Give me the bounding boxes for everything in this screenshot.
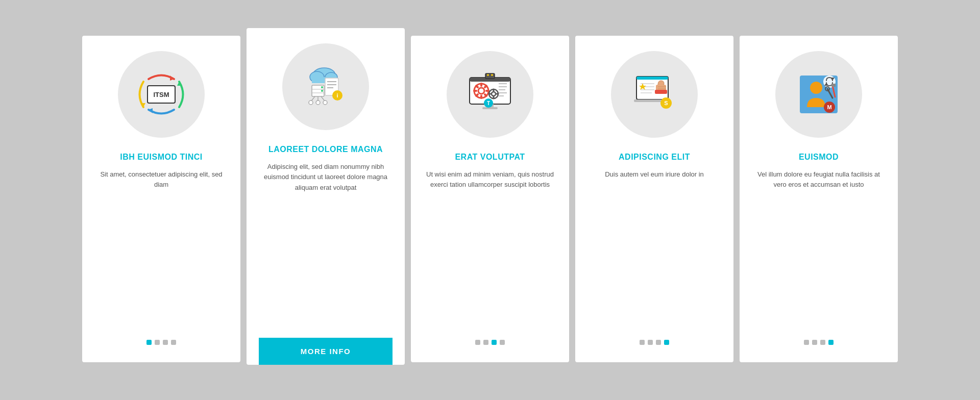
card-1: ITSM IBH EUISMOD TINCI Sit amet, consect…: [82, 36, 240, 362]
svg-text:T: T: [487, 101, 490, 106]
card-1-text: Sit amet, consectetuer adipiscing elit, …: [94, 169, 228, 327]
dot-4: [828, 340, 834, 345]
dot-1: [640, 340, 645, 345]
dot-2: [483, 340, 488, 345]
dot-1: [146, 340, 152, 345]
card-4-text: Duis autem vel eum iriure dolor in: [605, 169, 704, 327]
card-3-title: ERAT VOLUTPAT: [455, 152, 525, 163]
card-1-icon-circle: ITSM: [118, 51, 205, 138]
card-4-icon-circle: S: [611, 51, 698, 138]
card-2-title: LAOREET DOLORE MAGNA: [268, 144, 383, 155]
dot-2: [812, 340, 817, 345]
card-2-text: Adipiscing elit, sed diam nonummy nibh e…: [259, 162, 393, 325]
card-1-title: IBH EUISMOD TINCI: [120, 152, 202, 163]
person-tools-icon: M: [791, 66, 847, 122]
card-5: M EUISMOD Vel illum dolore eu feugiat nu…: [740, 36, 898, 362]
svg-point-22: [309, 101, 313, 105]
dot-3: [656, 340, 661, 345]
svg-rect-80: [831, 84, 836, 87]
card-3-text: Ut wisi enim ad minim veniam, quis nostr…: [423, 169, 557, 327]
svg-line-38: [476, 86, 478, 87]
card-4-title: ADIPISCING ELIT: [619, 152, 690, 163]
svg-text:M: M: [827, 104, 831, 110]
card-5-dots: [804, 340, 834, 345]
svg-rect-69: [655, 90, 667, 94]
svg-point-18: [321, 90, 323, 92]
svg-point-17: [321, 86, 323, 88]
monitor-gears-icon: T: [462, 66, 518, 122]
svg-point-30: [487, 74, 489, 76]
svg-point-73: [810, 82, 822, 94]
svg-line-39: [485, 94, 486, 96]
card-3: T ERAT VOLUTPAT Ut wisi enim ad minim ve…: [411, 36, 569, 362]
cloud-document-icon: i: [298, 59, 354, 115]
dot-3: [492, 340, 497, 345]
svg-rect-29: [485, 73, 495, 79]
itsm-icon: ITSM: [133, 66, 189, 122]
card-3-icon-circle: T: [447, 51, 533, 138]
card-4: S ADIPISCING ELIT Duis autem vel eum iri…: [575, 36, 733, 362]
svg-rect-58: [636, 77, 668, 80]
card-5-icon-circle: M: [775, 51, 862, 138]
card-1-dots: [146, 340, 176, 345]
svg-text:i: i: [336, 92, 338, 98]
svg-point-24: [323, 101, 327, 105]
dot-4: [500, 340, 505, 345]
dot-1: [804, 340, 809, 345]
svg-point-23: [316, 101, 320, 105]
svg-line-40: [485, 86, 486, 87]
dot-1: [475, 340, 480, 345]
dot-2: [648, 340, 653, 345]
svg-text:S: S: [664, 100, 668, 106]
svg-text:ITSM: ITSM: [153, 91, 169, 98]
cards-container: ITSM IBH EUISMOD TINCI Sit amet, consect…: [52, 15, 928, 385]
card-5-title: EUISMOD: [799, 152, 839, 163]
more-info-button[interactable]: MORE INFO: [259, 338, 393, 365]
card-2: i LAOREET DOLORE MAGNA Adipiscing elit, …: [247, 28, 405, 365]
svg-line-41: [476, 94, 478, 96]
dot-3: [820, 340, 825, 345]
card-3-dots: [475, 340, 505, 345]
svg-point-31: [491, 74, 493, 76]
card-4-dots: [640, 340, 669, 345]
svg-rect-54: [482, 107, 498, 109]
card-5-text: Vel illum dolore eu feugiat nulla facili…: [752, 169, 886, 327]
dot-3: [163, 340, 168, 345]
card-2-icon-circle: i: [282, 43, 369, 130]
dot-4: [664, 340, 669, 345]
dot-2: [155, 340, 160, 345]
laptop-thumbs-icon: S: [626, 66, 682, 122]
dot-4: [171, 340, 176, 345]
